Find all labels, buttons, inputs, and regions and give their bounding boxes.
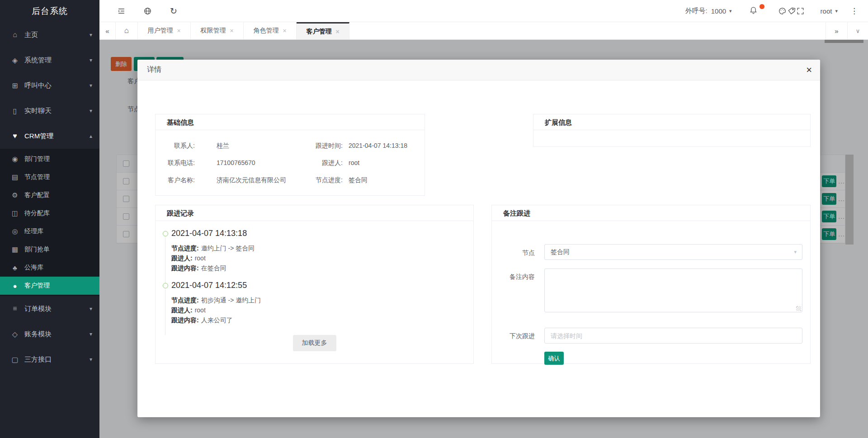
bell-icon [749, 6, 758, 15]
tabs-scroll-left[interactable]: « [99, 22, 116, 39]
next-follow-time-input[interactable] [544, 328, 802, 344]
sidebar-item[interactable]: ♣公海库 [0, 259, 99, 277]
textarea-resize-handle[interactable] [796, 306, 801, 311]
field-label: 跟进时间: [291, 142, 343, 150]
close-icon[interactable]: × [230, 27, 233, 34]
double-right-icon: » [835, 27, 838, 35]
sidebar-item[interactable]: ●客户管理 [0, 277, 99, 295]
app-title: 后台系统 [0, 0, 99, 22]
sidebar-item[interactable]: ⊞呼叫中心▾ [0, 73, 99, 98]
refresh-icon[interactable]: ↻ [169, 6, 178, 15]
sidebar: 后台系统 ⌂主页▾◈系统管理▾⊞呼叫中心▾▯实时聊天▾♥CRM管理▴◉部门管理▤… [0, 0, 99, 438]
sidebar-item[interactable]: ▤节点管理 [0, 168, 99, 186]
sidebar-item[interactable]: ◉部门管理 [0, 150, 99, 168]
node-icon: ▤ [10, 173, 20, 181]
timeline-progress: 节点进度:邀约上门 -> 签合同 [171, 243, 473, 253]
sidebar-item[interactable]: ▦部门抢单 [0, 240, 99, 259]
sidebar-item[interactable]: ▢三方接口▾ [0, 347, 99, 372]
chat-round-icon: ◎ [10, 227, 20, 235]
more-menu-icon[interactable]: ⋮ [850, 6, 858, 16]
collapse-menu-icon[interactable] [117, 6, 126, 15]
globe-icon[interactable] [143, 6, 152, 15]
fullscreen-icon[interactable] [796, 6, 805, 15]
chevron-down-icon: ▾ [90, 32, 92, 38]
theme-palette-icon[interactable] [778, 6, 787, 15]
user-menu[interactable]: root ▾ [821, 7, 838, 15]
tab-home[interactable]: ⌂ [116, 22, 138, 39]
field-label: 联系人: [156, 142, 195, 150]
field-label: 联系电话: [156, 159, 195, 167]
load-more-button[interactable]: 加载更多 [293, 335, 336, 351]
tab[interactable]: 权限管理× [191, 22, 244, 39]
close-icon[interactable]: × [335, 28, 339, 35]
follow-records-card: 跟进记录 2021-04-07 14:13:18节点进度:邀约上门 -> 签合同… [155, 205, 474, 364]
field-value: 桂兰 [217, 142, 229, 150]
outbound-label: 外呼号: [685, 7, 708, 15]
share-icon: ♣ [10, 264, 20, 272]
sidebar-submenu: ◉部门管理▤节点管理⚙客户配置◫待分配库◎经理库▦部门抢单♣公海库●客户管理 [0, 149, 99, 296]
timeline-time: 2021-04-07 14:13:18 [171, 227, 473, 239]
sidebar-item[interactable]: ≡订单模块▾ [0, 296, 99, 321]
tag2-icon: ◇ [10, 330, 20, 339]
sidebar-item[interactable]: ◈系统管理▾ [0, 47, 99, 73]
sidebar-item[interactable]: ◇账务模块▾ [0, 321, 99, 347]
tabbar-spacer [349, 22, 826, 39]
sidebar-menu: ⌂主页▾◈系统管理▾⊞呼叫中心▾▯实时聊天▾♥CRM管理▴◉部门管理▤节点管理⚙… [0, 22, 99, 372]
notifications-button[interactable] [749, 6, 758, 16]
sidebar-item[interactable]: ▯实时聊天▾ [0, 98, 99, 123]
sidebar-item-label: 订单模块 [24, 305, 99, 313]
modal-header: 详情 × [137, 60, 820, 80]
remark-content-label: 备注内容 [492, 273, 535, 281]
field-value: 17100765670 [217, 159, 255, 166]
timeline-content: 跟进内容:人来公司了 [171, 315, 473, 325]
tab[interactable]: 角色管理× [244, 22, 297, 39]
sidebar-item[interactable]: ⚙客户配置 [0, 186, 99, 204]
grid-icon: ⊞ [10, 81, 20, 90]
double-left-icon: « [105, 27, 109, 35]
tab-label: 权限管理 [200, 27, 226, 35]
outbound-number: 1000 [711, 7, 726, 15]
sidebar-item[interactable]: ◫待分配库 [0, 204, 99, 222]
basic-info-rows: 联系人:桂兰跟进时间:2021-04-07 14:13:18联系电话:17100… [156, 137, 425, 189]
close-icon[interactable]: × [177, 27, 180, 34]
close-icon[interactable]: × [806, 65, 812, 75]
timeline-follower: 跟进人:root [171, 305, 473, 315]
confirm-button[interactable]: 确认 [544, 352, 564, 365]
remark-textarea[interactable] [544, 268, 802, 312]
tab[interactable]: 客户管理× [297, 22, 349, 39]
timeline-time: 2021-04-07 14:12:55 [171, 279, 473, 291]
doc-icon: ▢ [10, 355, 20, 364]
follow-timeline: 2021-04-07 14:13:18节点进度:邀约上门 -> 签合同跟进人:r… [156, 221, 473, 331]
sidebar-item-label: 节点管理 [24, 173, 99, 181]
sidebar-item-label: 经理库 [24, 227, 99, 235]
sidebar-item-label: 账务模块 [24, 330, 99, 339]
sidebar-item-label: 客户管理 [24, 282, 99, 290]
tabs-scroll-right[interactable]: » [826, 22, 847, 39]
sidebar-item[interactable]: ♥CRM管理▴ [0, 123, 99, 149]
follow-records-title: 跟进记录 [156, 205, 473, 221]
sidebar-item-label: 三方接口 [24, 355, 99, 364]
field-value: root [349, 159, 359, 166]
chevron-down-icon: ▾ [835, 8, 838, 14]
heart-icon: ♥ [10, 132, 20, 140]
tag-icon[interactable] [787, 6, 796, 15]
top-navbar: ↻ 外呼号: 1000 ▾ root ▾ ⋮ [99, 0, 868, 22]
tab[interactable]: 用户管理× [138, 22, 191, 39]
node-select[interactable]: 签合同 ▾ [544, 244, 802, 260]
sidebar-item-label: 待分配库 [24, 209, 99, 217]
outbound-number-dropdown[interactable]: 外呼号: 1000 ▾ [685, 7, 732, 15]
chevron-down-icon: ▾ [794, 249, 797, 255]
chevron-down-icon: ▾ [729, 8, 732, 14]
chevron-down-icon: ▾ [90, 82, 92, 89]
sidebar-item-label: 公海库 [24, 264, 99, 272]
group-icon: ◉ [10, 155, 20, 163]
picture-icon: ▦ [10, 245, 20, 254]
gear-icon: ⚙ [10, 191, 20, 199]
modal-title: 详情 [147, 65, 161, 75]
remark-follow-title: 备注跟进 [492, 205, 810, 221]
sidebar-item[interactable]: ◎经理库 [0, 222, 99, 240]
timeline-entry: 2021-04-07 14:12:55节点进度:初步沟通 -> 邀约上门跟进人:… [156, 279, 473, 331]
sidebar-item[interactable]: ⌂主页▾ [0, 22, 99, 47]
close-icon[interactable]: × [283, 27, 286, 34]
tabs-actions-dropdown[interactable]: ∨ [847, 22, 868, 39]
